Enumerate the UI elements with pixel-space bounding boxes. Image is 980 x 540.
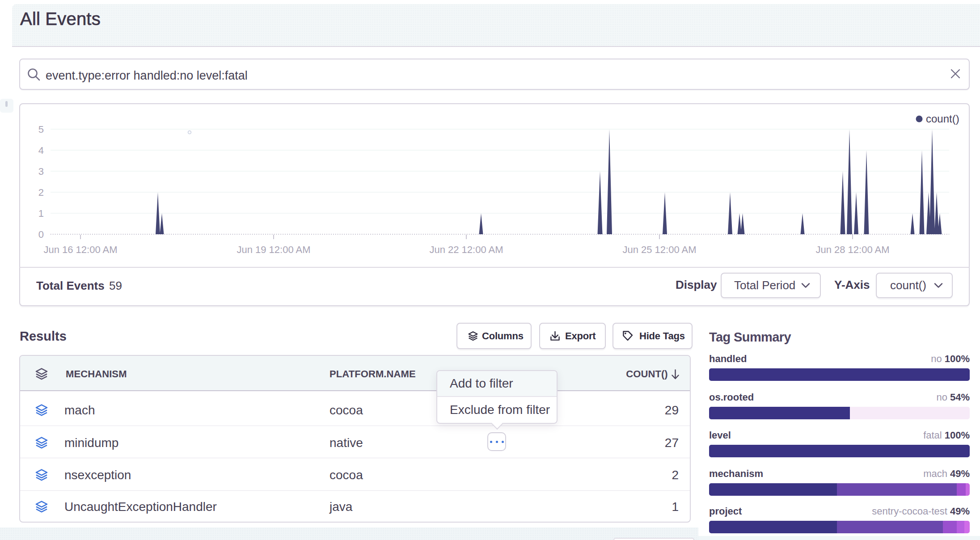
svg-text:2: 2: [38, 187, 44, 198]
svg-text:Jun 19 12:00 AM: Jun 19 12:00 AM: [237, 244, 310, 255]
svg-text:count(): count(): [926, 113, 959, 125]
svg-text:Jun 28 12:00 AM: Jun 28 12:00 AM: [815, 244, 889, 255]
svg-text:5: 5: [38, 124, 44, 135]
svg-text:0: 0: [38, 229, 44, 240]
svg-text:Jun 16 12:00 AM: Jun 16 12:00 AM: [43, 244, 117, 255]
svg-text:Jun 25 12:00 AM: Jun 25 12:00 AM: [622, 244, 696, 255]
svg-text:1: 1: [38, 208, 44, 219]
svg-text:3: 3: [38, 166, 44, 177]
svg-text:Jun 22 12:00 AM: Jun 22 12:00 AM: [429, 244, 503, 255]
svg-text:4: 4: [38, 145, 44, 156]
